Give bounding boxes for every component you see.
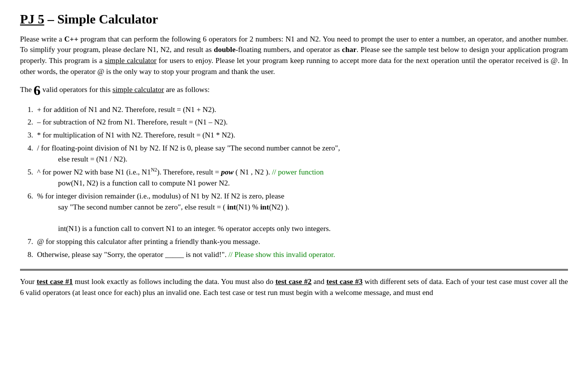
item1-text: + for addition of N1 and N2. Therefore, … (37, 106, 216, 114)
section-divider (20, 269, 568, 270)
item8-content: Otherwise, please say "Sorry, the operat… (37, 250, 335, 258)
test-case-3: test case #3 (326, 278, 362, 286)
item6a-text: % for integer division remainder (i.e., … (37, 192, 284, 200)
operators-list: + for addition of N1 and N2. Therefore, … (35, 104, 568, 260)
page-content: PJ 5 – Simple Calculator Please write a … (20, 10, 568, 298)
title-suffix: – Simple Calculator (44, 12, 158, 26)
item2-text: – for subtraction of N2 from N1. Therefo… (37, 118, 228, 126)
cpp-text: C++ (65, 35, 79, 43)
title-pj5: PJ 5 (20, 12, 44, 26)
footer-text: Your test case #1 must look exactly as f… (20, 276, 568, 298)
item5b-text: pow(N1, N2) is a function call to comput… (58, 178, 568, 189)
item5a-comment: // power function (272, 168, 323, 176)
item5a-content: ^ for power N2 with base N1 (i.e., N1N2)… (37, 168, 324, 176)
item7-text: @ for stopping this calculator after pri… (37, 238, 260, 246)
item6b-content: say "The second number cannot be zero", … (58, 202, 568, 213)
test-case-1: test case #1 (37, 278, 73, 286)
operators-intro: The 6 valid operators for this simple ca… (20, 84, 568, 98)
list-item-2: – for subtraction of N2 from N1. Therefo… (35, 117, 568, 128)
item5a-sup: N2 (151, 167, 157, 172)
test-case-2: test case #2 (275, 278, 311, 286)
list-item-1: + for addition of N1 and N2. Therefore, … (35, 104, 568, 116)
item6c-text: int(N1) is a function call to convert N1… (58, 224, 568, 234)
char-text: char (342, 46, 356, 54)
intro-paragraph: Please write a C++ program that can perf… (20, 34, 568, 78)
list-item-7: @ for stopping this calculator after pri… (35, 236, 568, 248)
item8-comment: // Please show this invalid operator. (228, 250, 335, 258)
list-item-8: Otherwise, please say "Sorry, the operat… (35, 250, 568, 260)
list-item-5: ^ for power N2 with base N1 (i.e., N1N2)… (35, 166, 568, 189)
pow-keyword: pow (221, 168, 234, 176)
simple-calculator-link: simple calculator (113, 86, 164, 94)
list-item-6: % for integer division remainder (i.e., … (35, 191, 568, 234)
six-number: 6 (34, 82, 41, 98)
double-text: double (214, 46, 235, 54)
int1-keyword: int (227, 203, 236, 211)
list-item-4: / for floating-point division of N1 by N… (35, 143, 568, 165)
item3-text: * for multiplication of N1 with N2. Ther… (37, 131, 235, 139)
int2-keyword: int (260, 203, 269, 211)
simple-calculator-text: simple calculator (105, 56, 156, 64)
item4b-text: else result = (N1 / N2). (58, 154, 568, 165)
item4a-text: / for floating-point division of N1 by N… (37, 144, 340, 152)
page-title: PJ 5 – Simple Calculator (20, 10, 568, 29)
list-item-3: * for multiplication of N1 with N2. Ther… (35, 130, 568, 141)
